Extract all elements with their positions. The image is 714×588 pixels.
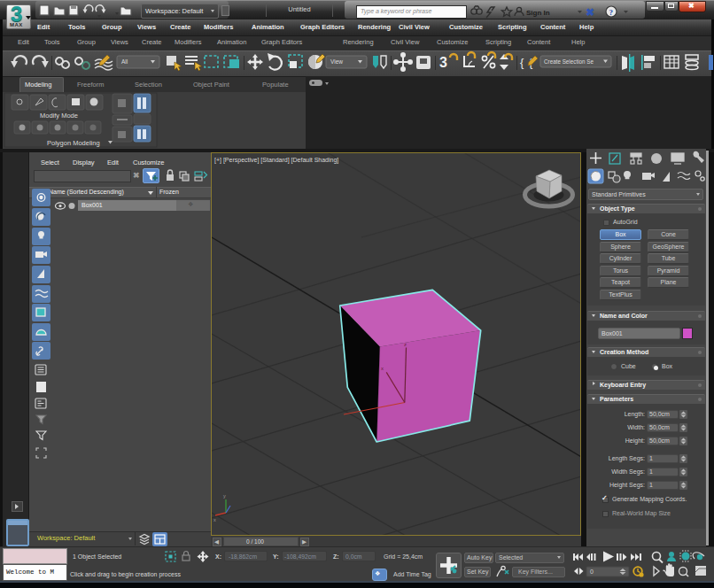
svg-text:z: z bbox=[404, 342, 407, 347]
svg-text:Polygon Modeling: Polygon Modeling bbox=[47, 139, 100, 147]
svg-text:Modify Mode: Modify Mode bbox=[40, 112, 78, 120]
svg-text:x: x bbox=[381, 366, 384, 371]
svg-text:All: All bbox=[121, 58, 128, 65]
svg-text:✖: ✖ bbox=[586, 6, 594, 19]
svg-text:0: 0 bbox=[590, 569, 594, 575]
svg-text:Sign In: Sign In bbox=[526, 9, 550, 17]
svg-text:Create Selection Se: Create Selection Se bbox=[544, 58, 594, 65]
svg-text:View: View bbox=[330, 58, 343, 65]
svg-text:3: 3 bbox=[439, 55, 447, 70]
svg-text:?: ? bbox=[609, 8, 614, 17]
svg-text:{: { bbox=[520, 56, 524, 69]
svg-text:y: y bbox=[223, 493, 226, 499]
svg-text:x: x bbox=[213, 517, 216, 522]
